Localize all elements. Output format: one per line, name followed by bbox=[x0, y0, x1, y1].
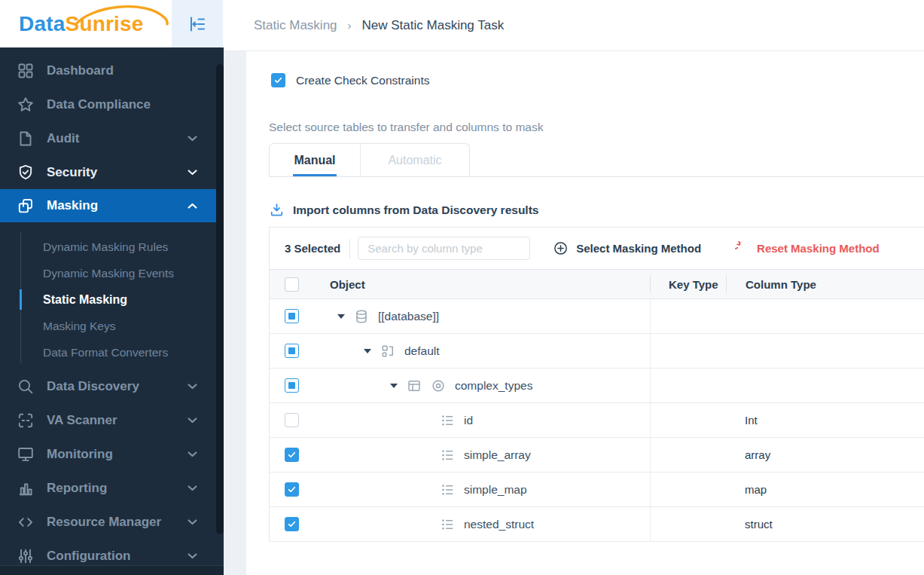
logo-area: DataSunrise bbox=[0, 0, 224, 47]
search-icon bbox=[17, 378, 35, 396]
search-input[interactable] bbox=[358, 237, 530, 260]
table-row: simple_map map bbox=[270, 473, 924, 507]
tabs-box: Manual Automatic bbox=[269, 143, 470, 176]
row-checkbox[interactable] bbox=[285, 448, 299, 462]
eye-icon[interactable] bbox=[431, 378, 446, 393]
row-checkbox[interactable] bbox=[285, 309, 299, 323]
sidebar-footer bbox=[0, 565, 224, 575]
collapse-caret[interactable] bbox=[337, 314, 345, 319]
tab-label: Manual bbox=[294, 154, 335, 167]
sidebar-item-label: Masking bbox=[47, 198, 98, 213]
key-type-value bbox=[650, 299, 726, 333]
datasunrise-logo[interactable]: DataSunrise bbox=[19, 12, 144, 36]
check-icon bbox=[287, 450, 297, 460]
tabs-row: Manual Automatic bbox=[269, 143, 924, 177]
collapse-sidebar-icon bbox=[188, 14, 207, 34]
object-name: default bbox=[404, 344, 440, 358]
tab-manual[interactable]: Manual bbox=[270, 144, 360, 176]
sidebar-item-reporting[interactable]: Reporting bbox=[0, 471, 224, 505]
sidebar-scrollbar[interactable] bbox=[216, 64, 224, 534]
page-header: Static Masking › New Static Masking Task bbox=[224, 0, 924, 51]
row-checkbox[interactable] bbox=[285, 378, 299, 393]
sidebar-item-va-scanner[interactable]: VA Scanner bbox=[0, 403, 224, 437]
sidebar-item-label: Data Compliance bbox=[47, 97, 151, 112]
submenu-item-dynamic-masking-rules[interactable]: Dynamic Masking Rules bbox=[0, 234, 224, 260]
object-name: [[database]] bbox=[378, 310, 439, 323]
object-name: simple_array bbox=[464, 448, 531, 462]
logo-text-data: Data bbox=[19, 12, 66, 36]
reset-masking-method-button[interactable]: Reset Masking Method bbox=[735, 241, 880, 255]
key-type-value bbox=[650, 438, 726, 472]
object-name: complex_types bbox=[455, 379, 532, 393]
audit-document-icon bbox=[17, 130, 35, 148]
reset-arrow-icon bbox=[735, 241, 749, 255]
sidebar-item-label: Resource Manager bbox=[47, 515, 161, 530]
import-columns-link[interactable]: Import columns from Data Discovery resul… bbox=[269, 202, 924, 218]
collapse-caret[interactable] bbox=[364, 349, 371, 353]
column-type-value bbox=[726, 334, 924, 368]
table-row: complex_types bbox=[270, 369, 924, 403]
sunrise-arc-icon bbox=[73, 3, 172, 27]
row-checkbox[interactable] bbox=[285, 517, 299, 531]
sidebar-item-label: Data Discovery bbox=[47, 379, 139, 394]
chevron-down-icon bbox=[188, 553, 197, 559]
page-title: New Static Masking Task bbox=[362, 18, 505, 33]
breadcrumb: Static Masking › New Static Masking Task bbox=[254, 18, 504, 33]
submenu-item-masking-keys[interactable]: Masking Keys bbox=[0, 313, 224, 339]
chevron-up-icon bbox=[188, 203, 197, 209]
create-check-constraints-checkbox[interactable] bbox=[271, 73, 285, 87]
scanner-icon bbox=[17, 411, 35, 430]
row-checkbox[interactable] bbox=[285, 413, 299, 427]
table-row: id Int bbox=[270, 403, 924, 438]
selected-count: 3 Selected bbox=[285, 242, 340, 255]
sidebar-item-security[interactable]: Security bbox=[0, 155, 224, 189]
column-type-value bbox=[726, 369, 924, 402]
key-type-value bbox=[650, 334, 726, 368]
sidebar: Dashboard Data Compliance Audit Security… bbox=[0, 47, 224, 575]
table-toolbar: 3 Selected Select Masking Method Reset M… bbox=[270, 228, 924, 269]
submenu-item-data-format-converters[interactable]: Data Format Converters bbox=[0, 339, 224, 365]
select-masking-method-button[interactable]: Select Masking Method bbox=[553, 240, 701, 256]
collapse-sidebar-button[interactable] bbox=[172, 0, 223, 47]
sidebar-item-monitoring[interactable]: Monitoring bbox=[0, 437, 224, 471]
row-checkbox[interactable] bbox=[285, 482, 299, 497]
tab-label: Automatic bbox=[388, 154, 441, 167]
column-type-value: array bbox=[726, 438, 924, 472]
key-type-value bbox=[650, 473, 726, 506]
table-row: [[database]] bbox=[270, 299, 924, 334]
app-window: DataSunrise Static Masking › New Static … bbox=[0, 0, 924, 575]
column-icon bbox=[440, 413, 455, 428]
sidebar-item-audit[interactable]: Audit bbox=[0, 121, 224, 155]
schema-icon bbox=[380, 344, 395, 359]
table-row: default bbox=[270, 334, 924, 369]
sidebar-item-masking[interactable]: Masking bbox=[0, 189, 224, 222]
create-check-constraints-row: Create Check Constraints bbox=[271, 73, 924, 87]
database-icon bbox=[354, 309, 369, 324]
sidebar-item-label: VA Scanner bbox=[47, 413, 117, 428]
chevron-down-icon bbox=[188, 136, 197, 142]
tab-automatic[interactable]: Automatic bbox=[360, 144, 469, 176]
download-icon bbox=[269, 202, 285, 218]
submenu-label: Static Masking bbox=[43, 293, 127, 307]
breadcrumb-parent-link[interactable]: Static Masking bbox=[254, 18, 337, 33]
select-all-checkbox[interactable] bbox=[285, 277, 299, 292]
check-icon bbox=[273, 75, 283, 85]
key-type-value bbox=[650, 369, 726, 402]
key-type-value bbox=[650, 403, 726, 437]
sidebar-item-label: Configuration bbox=[47, 549, 130, 564]
sidebar-item-data-discovery[interactable]: Data Discovery bbox=[0, 369, 224, 403]
sidebar-item-label: Reporting bbox=[47, 481, 107, 496]
sidebar-item-dashboard[interactable]: Dashboard bbox=[0, 54, 224, 87]
submenu-label: Dynamic Masking Events bbox=[43, 267, 174, 280]
sidebar-item-resource-manager[interactable]: Resource Manager bbox=[0, 505, 224, 539]
code-icon bbox=[17, 513, 35, 531]
table-header-row: Object Key Type Column Type bbox=[270, 269, 924, 299]
collapse-caret[interactable] bbox=[390, 384, 398, 388]
submenu-item-static-masking[interactable]: Static Masking bbox=[0, 286, 224, 313]
sidebar-item-data-compliance[interactable]: Data Compliance bbox=[0, 87, 224, 121]
row-checkbox[interactable] bbox=[285, 344, 299, 358]
submenu-item-dynamic-masking-events[interactable]: Dynamic Masking Events bbox=[0, 260, 224, 286]
sidebar-item-label: Monitoring bbox=[47, 447, 113, 462]
column-header-key-type: Key Type bbox=[650, 275, 726, 293]
breadcrumb-separator: › bbox=[348, 19, 352, 32]
